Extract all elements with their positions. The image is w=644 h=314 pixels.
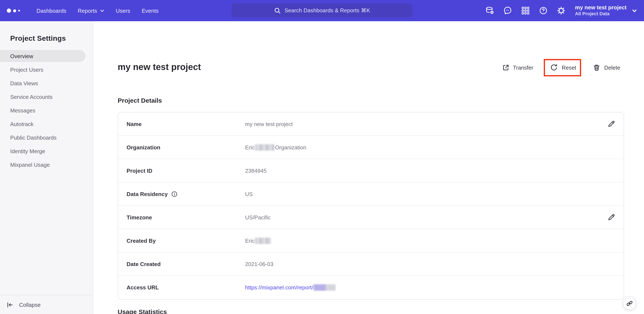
apps-grid-icon[interactable] xyxy=(520,6,530,15)
delete-label: Delete xyxy=(604,64,620,71)
edit-button[interactable] xyxy=(606,213,615,221)
sidebar-item-overview[interactable]: Overview xyxy=(0,50,86,62)
nav-links: DashboardsReportsUsersEvents xyxy=(36,7,159,14)
row-label: Project ID xyxy=(126,167,245,174)
pencil-icon xyxy=(608,213,615,221)
redacted-text xyxy=(314,284,336,291)
nav-item-label: Dashboards xyxy=(36,7,66,14)
sidebar-title: Project Settings xyxy=(10,34,93,43)
section-title-usage-statistics: Usage Statistics xyxy=(118,308,167,314)
nav-item-label: Users xyxy=(116,7,130,14)
row-label: Timezone xyxy=(126,214,245,220)
nav-item-dashboards[interactable]: Dashboards xyxy=(36,7,66,14)
external-link-icon xyxy=(502,64,509,71)
collapse-label: Collapse xyxy=(19,302,40,308)
app-window: DashboardsReportsUsersEvents Search Dash… xyxy=(0,0,644,314)
chevron-down-icon xyxy=(100,8,104,13)
settings-gear-icon[interactable] xyxy=(556,6,566,15)
row-label: Organization xyxy=(126,144,245,150)
table-row-name: Name my new test project xyxy=(118,112,624,136)
delete-button[interactable]: Delete xyxy=(593,64,620,71)
row-label: Created By xyxy=(126,237,245,244)
nav-item-reports[interactable]: Reports xyxy=(78,7,104,14)
row-value: https://mixpanel.com/report/ xyxy=(245,284,615,291)
sidebar-items: OverviewProject UsersData ViewsService A… xyxy=(0,50,93,171)
row-label: Access URL xyxy=(126,284,245,291)
nav-item-events[interactable]: Events xyxy=(142,7,159,14)
chevron-down-icon xyxy=(632,8,637,13)
search-placeholder: Search Dashboards & Reports ⌘K xyxy=(284,7,370,13)
redacted-text xyxy=(255,237,271,244)
table-row-timezone: Timezone US/Pacific xyxy=(118,206,624,229)
row-value: Eric xyxy=(245,237,615,244)
page-title: my new test project xyxy=(118,62,201,72)
settings-sidebar: Project Settings OverviewProject UsersDa… xyxy=(0,21,94,314)
feedback-chat-icon[interactable] xyxy=(503,6,512,15)
pencil-icon xyxy=(608,120,615,128)
redacted-text xyxy=(255,144,275,150)
search-icon xyxy=(274,7,280,14)
main-content: my new test project Transfer xyxy=(94,21,644,314)
edit-button[interactable] xyxy=(606,120,615,128)
table-row-data-residency: Data Residency US xyxy=(118,182,624,206)
row-value: US xyxy=(245,191,615,197)
row-label: Data Residency xyxy=(126,191,245,197)
sidebar-item-data-views[interactable]: Data Views xyxy=(0,77,86,89)
sidebar-item-project-users[interactable]: Project Users xyxy=(0,64,86,75)
nav-item-label: Reports xyxy=(78,7,97,14)
section-title-project-details: Project Details xyxy=(118,97,162,104)
sidebar-item-service-accounts[interactable]: Service Accounts xyxy=(0,91,86,103)
global-search-input[interactable]: Search Dashboards & Reports ⌘K xyxy=(232,3,412,17)
table-row-access-url: Access URL https://mixpanel.com/report/ xyxy=(118,276,624,299)
sidebar-item-autotrack[interactable]: Autotrack xyxy=(0,118,86,130)
row-label: Name xyxy=(126,121,245,127)
sidebar-item-identity-merge[interactable]: Identity Merge xyxy=(0,145,86,157)
info-icon[interactable] xyxy=(171,191,178,197)
nav-item-users[interactable]: Users xyxy=(116,7,130,14)
sidebar-item-mixpanel-usage[interactable]: Mixpanel Usage xyxy=(0,159,86,171)
nav-item-label: Events xyxy=(142,7,159,14)
project-selector[interactable]: my new test project All Project Data xyxy=(575,4,637,17)
top-nav-bar: DashboardsReportsUsersEvents Search Dash… xyxy=(0,0,644,21)
table-row-project-id: Project ID 2384945 xyxy=(118,159,624,182)
sidebar-item-public-dashboards[interactable]: Public Dashboards xyxy=(0,132,86,143)
help-icon[interactable] xyxy=(538,6,548,15)
project-details-card: Name my new test project Organization xyxy=(118,112,624,300)
table-row-date-created: Date Created 2021-06-03 xyxy=(118,253,624,276)
reset-button[interactable]: Reset xyxy=(550,64,576,71)
reset-label: Reset xyxy=(562,64,576,71)
mixpanel-logo-icon[interactable] xyxy=(7,8,26,13)
collapse-icon xyxy=(6,301,14,308)
refresh-icon xyxy=(550,64,558,71)
copy-link-button[interactable] xyxy=(623,297,636,310)
row-value: US/Pacific xyxy=(245,214,606,220)
project-actions: Transfer Reset xyxy=(502,64,620,71)
row-value: 2384945 xyxy=(245,167,615,174)
row-value: my new test project xyxy=(245,121,606,127)
table-row-created-by: Created By Eric xyxy=(118,229,624,253)
project-selector-name: my new test project xyxy=(575,4,626,11)
transfer-label: Transfer xyxy=(513,64,533,71)
row-label: Date Created xyxy=(126,261,245,267)
row-value: 2021-06-03 xyxy=(245,261,615,267)
link-icon xyxy=(626,300,633,307)
project-selector-scope: All Project Data xyxy=(575,11,626,17)
table-row-organization: Organization Eric Organization xyxy=(118,136,624,159)
sidebar-item-messages[interactable]: Messages xyxy=(0,104,86,116)
data-management-icon[interactable] xyxy=(485,6,494,15)
transfer-button[interactable]: Transfer xyxy=(502,64,533,71)
trash-icon xyxy=(593,64,600,71)
row-value: Eric Organization xyxy=(245,144,615,150)
collapse-sidebar-button[interactable]: Collapse xyxy=(0,295,93,314)
nav-right-cluster: my new test project All Project Data xyxy=(485,4,644,17)
